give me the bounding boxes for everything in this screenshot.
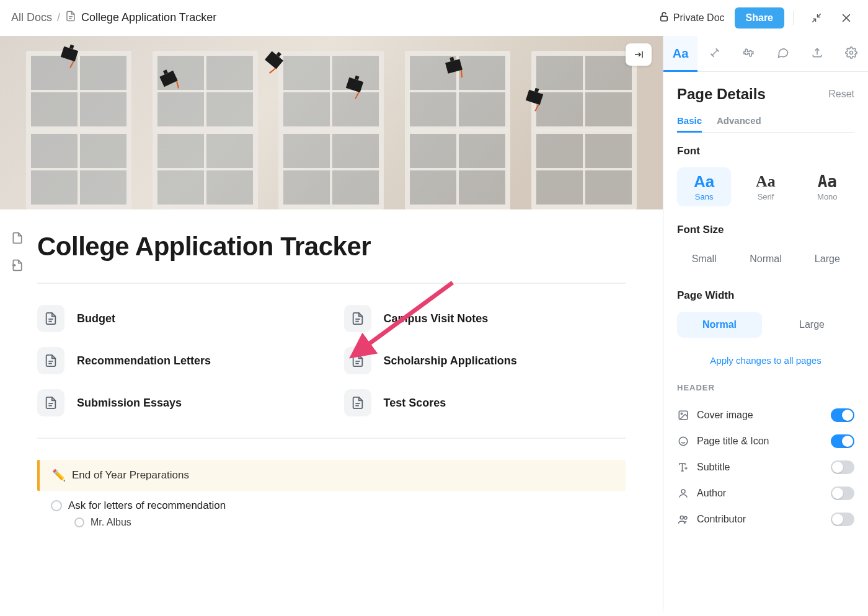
svg-line-4	[812, 19, 815, 22]
font-size-normal[interactable]: Normal	[738, 246, 792, 272]
page-title[interactable]: College Application Tracker	[37, 232, 626, 262]
puzzle-icon	[743, 46, 755, 61]
svg-point-36	[680, 516, 683, 519]
linked-page-campus-visit[interactable]: Campus Visit Notes	[344, 305, 626, 332]
linked-page-test-scores[interactable]: Test Scores	[344, 389, 626, 416]
svg-point-28	[679, 437, 688, 446]
linked-page-label: Recommendation Letters	[77, 354, 211, 367]
page-width-normal[interactable]: Normal	[677, 312, 762, 338]
header-option-label: Subtitle	[697, 462, 823, 473]
header-option-author: Author	[677, 480, 854, 506]
toggle-contributor[interactable]	[831, 513, 854, 526]
svg-rect-2	[661, 16, 668, 21]
sub-tab-advanced[interactable]: Advanced	[717, 115, 761, 132]
image-icon	[677, 410, 689, 421]
task-checkbox[interactable]	[51, 500, 62, 511]
page-width-large[interactable]: Large	[769, 312, 854, 338]
header-option-contributor: Contributor	[677, 506, 854, 532]
reset-button[interactable]: Reset	[828, 89, 854, 100]
topbar: All Docs / College Application Tracker P…	[0, 0, 868, 36]
side-gutter	[11, 232, 24, 274]
tab-export[interactable]	[800, 36, 834, 71]
toggle-author[interactable]	[831, 486, 854, 500]
linked-page-scholarship[interactable]: Scholarship Applications	[344, 347, 626, 374]
linked-page-label: Test Scores	[384, 397, 446, 410]
tab-settings[interactable]	[834, 36, 868, 71]
document-body: College Application Tracker Budget Campu…	[0, 209, 663, 553]
comment-icon	[777, 46, 789, 61]
linked-page-recommendation[interactable]: Recommendation Letters	[37, 347, 319, 374]
breadcrumb-root[interactable]: All Docs	[11, 11, 52, 24]
right-panel: Aa Page Details Reset Basic Advanced Fon…	[663, 36, 868, 616]
linked-page-label: Budget	[77, 312, 115, 325]
subtask-row[interactable]: Mr. Albus	[37, 517, 626, 528]
font-picker: AaSans AaSerif AaMono	[677, 167, 854, 206]
linked-pages-grid: Budget Campus Visit Notes Recommendation…	[37, 305, 626, 416]
font-option-sans[interactable]: AaSans	[677, 167, 731, 206]
task-checkbox[interactable]	[74, 517, 84, 527]
cover-image[interactable]	[0, 36, 663, 209]
breadcrumb: All Docs / College Application Tracker	[11, 11, 216, 25]
subtitle-icon	[677, 462, 689, 473]
toggle-page-title[interactable]	[831, 434, 854, 448]
font-size-picker: Small Normal Large	[677, 246, 854, 272]
document-pane[interactable]: College Application Tracker Budget Campu…	[0, 36, 663, 616]
add-subpage-button[interactable]	[11, 259, 24, 274]
toggle-cover-image[interactable]	[831, 408, 854, 422]
close-icon[interactable]	[836, 7, 857, 29]
task-row[interactable]: Ask for letters of recommendation	[37, 499, 626, 512]
apply-all-button[interactable]: Apply changes to all pages	[677, 355, 854, 366]
toggle-subtitle[interactable]	[831, 460, 854, 474]
note-text: End of Year Preparations	[72, 469, 189, 482]
share-button[interactable]: Share	[735, 7, 784, 29]
tab-comments[interactable]	[766, 36, 800, 71]
font-option-serif[interactable]: AaSerif	[738, 167, 792, 206]
tab-typography[interactable]: Aa	[663, 36, 698, 71]
doc-icon	[37, 305, 64, 332]
gear-icon	[845, 46, 857, 61]
privacy-indicator[interactable]: Private Doc	[658, 11, 725, 25]
header-option-label: Cover image	[697, 410, 823, 421]
collapse-icon[interactable]	[806, 7, 827, 29]
person-icon	[677, 488, 689, 499]
header-option-label: Author	[697, 488, 823, 499]
main: College Application Tracker Budget Campu…	[0, 36, 868, 616]
panel-sub-tabs: Basic Advanced	[677, 115, 854, 133]
section-label-page-width: Page Width	[677, 289, 854, 302]
linked-page-budget[interactable]: Budget	[37, 305, 319, 332]
section-label-font: Font	[677, 145, 854, 157]
linked-page-essays[interactable]: Submission Essays	[37, 389, 319, 416]
font-option-mono[interactable]: AaMono	[800, 167, 854, 206]
panel-title: Page Details	[677, 86, 766, 103]
subtask-text: Mr. Albus	[91, 517, 131, 528]
expand-cover-button[interactable]	[626, 43, 652, 66]
page-icon-button[interactable]	[11, 232, 24, 247]
font-size-large[interactable]: Large	[800, 246, 854, 272]
section-label-header: HEADER	[677, 383, 854, 392]
horizontal-rule	[37, 438, 626, 439]
header-option-subtitle: Subtitle	[677, 454, 854, 480]
tab-activity[interactable]	[698, 36, 732, 71]
doc-icon	[344, 347, 371, 374]
svg-line-23	[712, 50, 718, 56]
page-width-picker: Normal Large	[677, 312, 854, 338]
sub-tab-basic[interactable]: Basic	[677, 115, 702, 132]
people-icon	[677, 514, 689, 525]
svg-point-25	[849, 51, 852, 54]
panel-tabs: Aa	[663, 36, 868, 72]
tab-plugins[interactable]	[732, 36, 766, 71]
font-size-small[interactable]: Small	[677, 246, 731, 272]
doc-icon	[37, 347, 64, 374]
breadcrumb-title[interactable]: College Application Tracker	[81, 11, 216, 24]
note-block[interactable]: ✏️ End of Year Preparations	[37, 460, 626, 491]
header-option-label: Page title & Icon	[697, 436, 823, 447]
topbar-divider	[793, 11, 794, 25]
doc-icon	[344, 305, 371, 332]
privacy-label: Private Doc	[673, 12, 725, 24]
header-option-title: Page title & Icon	[677, 428, 854, 454]
doc-icon	[344, 389, 371, 416]
panel-body[interactable]: Page Details Reset Basic Advanced Font A…	[663, 72, 868, 616]
doc-icon	[37, 389, 64, 416]
smiley-icon	[677, 436, 689, 447]
pencil-icon: ✏️	[52, 469, 66, 482]
